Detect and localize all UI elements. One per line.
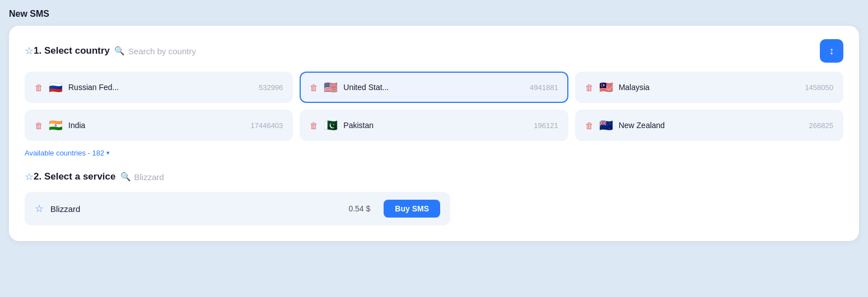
section2-label: 2. Select a service (34, 171, 116, 182)
section1-label: 1. Select country (34, 45, 110, 56)
country-name: India (68, 121, 245, 130)
service-search-icon: 🔍 (120, 172, 131, 182)
country-count: 196121 (534, 121, 558, 130)
service-list: ☆ Blizzard 0.54 $ Buy SMS (25, 192, 843, 225)
page-title: New SMS (9, 9, 859, 19)
service-star-icon[interactable]: ☆ (35, 202, 44, 215)
trash-icon[interactable]: 🗑 (310, 121, 318, 130)
country-card-india[interactable]: 🗑 🇮🇳 India 17446403 (25, 110, 293, 141)
country-card-russia[interactable]: 🗑 🇷🇺 Russian Fed... 532996 (25, 72, 293, 103)
country-name: Malaysia (619, 83, 800, 92)
service-name: Blizzard (50, 204, 342, 214)
main-card: ☆ 1. Select country 🔍 ↕ 🗑 🇷🇺 Russian Fed… (9, 26, 859, 241)
trash-icon[interactable]: 🗑 (35, 121, 43, 130)
country-flag: 🇳🇿 (599, 119, 613, 132)
country-flag: 🇵🇰 (324, 119, 338, 132)
country-count: 17446403 (250, 121, 283, 130)
country-flag: 🇮🇳 (49, 119, 63, 132)
country-search-input[interactable] (128, 46, 240, 56)
service-item-blizzard: ☆ Blizzard 0.54 $ Buy SMS (25, 192, 450, 225)
country-name: Pakistan (343, 121, 528, 130)
country-name: United Stat... (343, 83, 524, 92)
country-count: 532996 (259, 83, 283, 92)
service-search-input[interactable] (134, 172, 246, 182)
country-flag: 🇺🇸 (324, 81, 338, 94)
country-grid: 🗑 🇷🇺 Russian Fed... 532996 🗑 🇺🇸 United S… (25, 72, 843, 141)
trash-icon[interactable]: 🗑 (585, 121, 594, 130)
section2-star-icon: ☆ (25, 171, 34, 183)
chevron-down-icon: ▾ (106, 149, 110, 157)
trash-icon[interactable]: 🗑 (35, 83, 43, 92)
country-count: 266825 (809, 121, 833, 130)
country-card-malaysia[interactable]: 🗑 🇲🇾 Malaysia 1458050 (575, 72, 843, 103)
country-card-usa[interactable]: 🗑 🇺🇸 United Stat... 4941881 (300, 72, 568, 103)
available-countries-link[interactable]: Available countries - 182 ▾ (25, 149, 110, 157)
country-count: 4941881 (530, 83, 558, 92)
country-count: 1458050 (805, 83, 833, 92)
service-price: 0.54 $ (348, 204, 370, 213)
country-flag: 🇷🇺 (49, 81, 63, 94)
search-icon: 🔍 (114, 46, 125, 56)
country-name: New Zealand (619, 121, 804, 130)
trash-icon[interactable]: 🗑 (310, 83, 318, 92)
trash-icon[interactable]: 🗑 (585, 83, 594, 92)
country-flag: 🇲🇾 (599, 81, 613, 94)
buy-sms-button[interactable]: Buy SMS (384, 200, 440, 218)
section1-star-icon: ☆ (25, 45, 34, 57)
country-name: Russian Fed... (68, 83, 253, 92)
country-card-newzealand[interactable]: 🗑 🇳🇿 New Zealand 266825 (575, 110, 843, 141)
sort-button[interactable]: ↕ (820, 39, 843, 63)
country-card-pakistan[interactable]: 🗑 🇵🇰 Pakistan 196121 (300, 110, 568, 141)
